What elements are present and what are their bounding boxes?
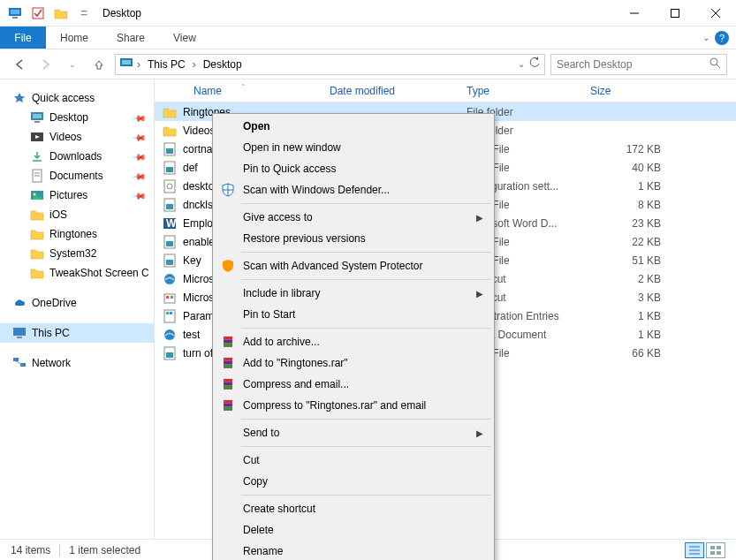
maximize-button[interactable] (655, 0, 695, 26)
column-type[interactable]: Type (467, 85, 590, 97)
sidebar-item[interactable]: System32 (0, 244, 154, 263)
svg-rect-47 (166, 312, 169, 314)
app-icon (5, 4, 25, 23)
svg-rect-25 (13, 358, 19, 361)
titlebar: = Desktop (0, 0, 736, 26)
star-icon (12, 91, 27, 105)
nav-label: Desktop (49, 111, 88, 124)
pc-icon (12, 326, 27, 340)
ribbon-expand-icon[interactable]: ⌄ (702, 33, 709, 42)
back-button[interactable] (9, 54, 30, 75)
search-input[interactable] (557, 58, 709, 71)
window-controls (614, 0, 736, 26)
onedrive-root[interactable]: OneDrive (0, 293, 154, 313)
network-root[interactable]: Network (0, 353, 154, 373)
address-bar-row: ⌄ › This PC › Desktop ⌄ (0, 49, 736, 79)
nav-label: iOS (49, 208, 67, 221)
sidebar-item[interactable]: Documents📌 (0, 166, 154, 185)
file-size: 2 KB (590, 273, 661, 285)
svg-rect-56 (717, 546, 721, 549)
quick-access-root[interactable]: Quick access (0, 88, 154, 108)
address-bar[interactable]: › This PC › Desktop ⌄ (115, 54, 545, 75)
menu-item[interactable]: Compress and email... (215, 374, 492, 395)
refresh-icon[interactable] (528, 57, 541, 72)
file-tab[interactable]: File (0, 26, 46, 49)
desktop-icon (30, 110, 44, 125)
menu-item[interactable]: Pin to Quick access (215, 158, 492, 179)
sidebar-item[interactable]: Pictures📌 (0, 185, 154, 205)
address-dropdown-icon[interactable]: ⌄ (518, 59, 525, 69)
close-button[interactable] (695, 0, 736, 26)
menu-item[interactable]: Pin to Start (215, 304, 492, 325)
menu-label: Send to (243, 427, 279, 439)
recent-dropdown-icon[interactable]: ⌄ (62, 54, 83, 75)
this-pc-root[interactable]: This PC (0, 323, 154, 343)
qat-dropdown-icon[interactable]: = (74, 4, 94, 23)
menu-item[interactable]: Delete (215, 519, 492, 541)
sidebar-item[interactable]: TweakShot Screen C (0, 263, 154, 283)
minimize-button[interactable] (614, 0, 655, 26)
menu-item[interactable]: Create shortcut (215, 498, 492, 519)
sidebar-item[interactable]: Videos📌 (0, 127, 154, 147)
menu-item[interactable]: Copy (215, 471, 492, 492)
documents-icon (30, 169, 44, 183)
tab-home[interactable]: Home (46, 26, 102, 49)
sidebar-item[interactable]: Desktop📌 (0, 108, 154, 127)
navigation-pane: Quick access Desktop📌Videos📌Downloads📌Do… (0, 79, 155, 539)
menu-item[interactable]: Include in library▶ (215, 283, 492, 304)
menu-item[interactable]: Give access to▶ (215, 207, 492, 228)
search-icon[interactable] (709, 57, 721, 72)
menu-label: Cut (243, 454, 260, 466)
sidebar-item[interactable]: Downloads📌 (0, 147, 154, 166)
menu-item[interactable]: Open (215, 116, 492, 137)
search-box[interactable] (550, 54, 727, 75)
tab-view[interactable]: View (159, 26, 210, 49)
svg-rect-71 (224, 382, 232, 385)
svg-rect-70 (224, 379, 232, 382)
chevron-right-icon[interactable]: › (137, 58, 140, 71)
menu-item[interactable]: Rename (215, 541, 492, 560)
menu-item[interactable]: Cut (215, 450, 492, 471)
tab-share[interactable]: Share (102, 26, 159, 49)
forward-button[interactable] (35, 54, 57, 75)
menu-item[interactable]: Restore previous versions (215, 228, 492, 249)
location-icon (119, 56, 133, 72)
column-name[interactable]: Name˄ (162, 85, 330, 97)
help-icon[interactable]: ? (715, 31, 729, 45)
column-date[interactable]: Date modified (330, 85, 467, 97)
menu-label: Include in library (243, 287, 320, 299)
menu-item[interactable]: Scan with Windows Defender... (215, 179, 492, 201)
breadcrumb-this-pc[interactable]: This PC (144, 58, 189, 71)
menu-item[interactable]: Add to "Ringtones.rar" (215, 352, 492, 374)
sidebar-item[interactable]: Ringtones (0, 224, 154, 244)
png-icon (162, 346, 178, 360)
rar-icon (220, 397, 236, 413)
up-button[interactable] (88, 54, 110, 75)
menu-item[interactable]: Add to archive... (215, 331, 492, 352)
word-icon: W (162, 216, 178, 231)
breadcrumb-desktop[interactable]: Desktop (200, 58, 246, 71)
column-size[interactable]: Size (590, 85, 670, 97)
file-size: 22 KB (590, 236, 661, 248)
svg-point-22 (34, 193, 36, 196)
chevron-right-icon[interactable]: › (193, 58, 196, 71)
menu-label: Add to archive... (243, 336, 320, 348)
large-icons-view-button[interactable] (706, 542, 725, 558)
downloads-icon (30, 149, 44, 163)
menu-item[interactable]: Scan with Advanced System Protector (215, 255, 492, 276)
menu-item[interactable]: Compress to "Ringtones.rar" and email (215, 395, 492, 416)
menu-item[interactable]: Send to▶ (215, 422, 492, 443)
file-size: 1 KB (590, 329, 661, 341)
svg-rect-41 (166, 260, 173, 265)
svg-rect-23 (13, 328, 26, 336)
sidebar-item[interactable]: iOS (0, 205, 154, 224)
menu-label: Restore previous versions (243, 232, 366, 245)
svg-rect-2 (12, 17, 18, 19)
nav-label: System32 (49, 247, 96, 260)
svg-rect-39 (166, 241, 173, 246)
menu-item[interactable]: Open in new window (215, 137, 492, 158)
details-view-button[interactable] (685, 542, 704, 558)
properties-qat-icon[interactable] (28, 4, 48, 23)
folder-qat-icon[interactable] (51, 4, 71, 23)
ie-icon (162, 328, 178, 342)
